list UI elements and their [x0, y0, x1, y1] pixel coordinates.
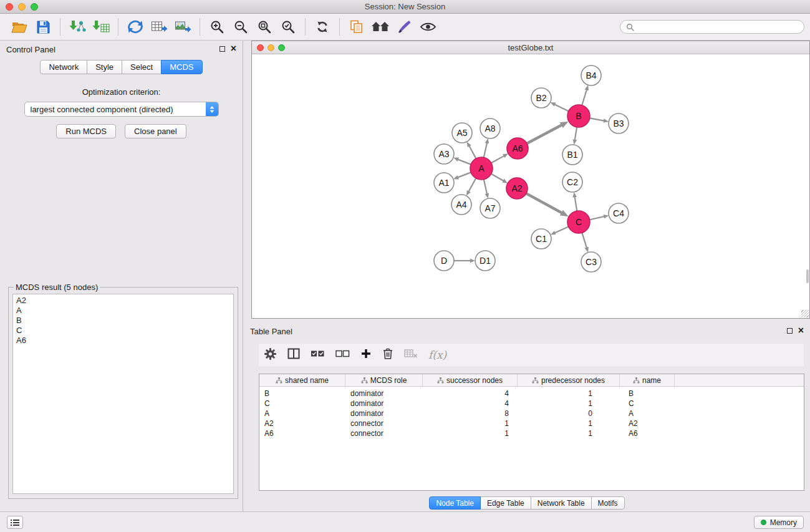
- table-row[interactable]: Cdominator41C: [259, 399, 804, 409]
- node-A6[interactable]: [507, 138, 528, 159]
- table-row[interactable]: Bdominator41B: [259, 389, 804, 399]
- show-panels-button[interactable]: [7, 516, 23, 529]
- edge-C-C3[interactable]: [582, 233, 586, 248]
- close-panel-button[interactable]: Close panel: [125, 124, 186, 138]
- table-settings-button[interactable]: [264, 347, 277, 363]
- zoom-selected-button[interactable]: [276, 16, 300, 38]
- window-resize-grip[interactable]: [801, 310, 809, 317]
- node-B[interactable]: [567, 105, 590, 127]
- edge-A2-C[interactable]: [526, 193, 562, 213]
- edge-C-C4[interactable]: [590, 216, 604, 220]
- open-recent-button[interactable]: [345, 16, 369, 38]
- tab-select[interactable]: Select: [122, 60, 162, 74]
- edge-A-A1[interactable]: [458, 172, 471, 177]
- edge-A-A3[interactable]: [458, 160, 471, 165]
- column-header-shared-name[interactable]: shared name: [259, 374, 345, 386]
- mcds-result-item[interactable]: A6: [15, 336, 231, 346]
- edge-A-A7[interactable]: [484, 180, 487, 194]
- node-D[interactable]: [434, 251, 454, 271]
- apply-style-button[interactable]: [392, 16, 416, 38]
- zoom-in-button[interactable]: [205, 16, 229, 38]
- edge-C-C1[interactable]: [555, 226, 569, 233]
- node-C[interactable]: [567, 211, 590, 233]
- node-A7[interactable]: [480, 198, 500, 218]
- column-header-mcds-role[interactable]: MCDS role: [345, 374, 423, 386]
- optimization-criterion-select[interactable]: largest connected component (directed): [24, 102, 219, 117]
- node-B2[interactable]: [531, 88, 551, 108]
- edge-A-A2[interactable]: [491, 174, 504, 181]
- node-B1[interactable]: [562, 145, 582, 165]
- node-C2[interactable]: [562, 172, 582, 192]
- edge-B-B3[interactable]: [590, 118, 604, 120]
- edge-B-B1[interactable]: [575, 127, 577, 140]
- new-network-button[interactable]: [123, 16, 147, 38]
- edge-A-A4[interactable]: [469, 178, 476, 191]
- tab-node-table[interactable]: Node Table: [429, 496, 481, 510]
- home-button[interactable]: [369, 16, 392, 38]
- tab-mcds[interactable]: MCDS: [161, 60, 202, 74]
- column-header-predecessor-nodes[interactable]: predecessor nodes: [518, 374, 620, 386]
- delete-table-button[interactable]: [404, 348, 418, 362]
- edge-C-C2[interactable]: [575, 197, 577, 211]
- tab-network[interactable]: Network: [40, 60, 87, 74]
- memory-button[interactable]: Memory: [754, 516, 804, 529]
- network-canvas[interactable]: B4B2BB3A5A8A6B1A3AC2A1A2A4A7C4CC1C3DD1: [252, 54, 809, 318]
- close-network-window-button[interactable]: [257, 44, 264, 51]
- column-header-successor-nodes[interactable]: successor nodes: [423, 374, 518, 386]
- close-window-button[interactable]: [6, 3, 13, 11]
- vertical-scrollbar-thumb[interactable]: [806, 269, 809, 283]
- mcds-result-item[interactable]: A2: [15, 296, 231, 306]
- mcds-result-item[interactable]: C: [15, 326, 231, 336]
- mcds-result-item[interactable]: A: [15, 306, 231, 316]
- node-C3[interactable]: [581, 252, 601, 272]
- node-A3[interactable]: [434, 144, 454, 164]
- tab-motifs[interactable]: Motifs: [591, 496, 625, 510]
- minimize-window-button[interactable]: [18, 3, 26, 11]
- import-network-button[interactable]: [65, 16, 89, 38]
- node-A5[interactable]: [452, 123, 472, 143]
- function-builder-button[interactable]: f(x): [428, 349, 446, 361]
- zoom-fit-button[interactable]: [253, 16, 276, 38]
- zoom-window-button[interactable]: [31, 3, 38, 11]
- new-table-button[interactable]: [147, 16, 171, 38]
- edge-A6-B[interactable]: [527, 125, 562, 144]
- table-row[interactable]: A2connector11A2: [259, 418, 804, 428]
- float-panel-icon[interactable]: [219, 46, 225, 52]
- search-input[interactable]: [637, 22, 798, 31]
- select-all-button[interactable]: [311, 348, 325, 362]
- edge-A-A5[interactable]: [470, 146, 476, 158]
- node-A1[interactable]: [434, 173, 454, 193]
- edge-B-B4[interactable]: [582, 90, 587, 105]
- float-table-panel-icon[interactable]: [787, 328, 793, 334]
- zoom-network-window-button[interactable]: [278, 44, 285, 51]
- save-session-button[interactable]: [31, 16, 55, 38]
- table-row[interactable]: Adominator80A: [259, 409, 804, 418]
- node-C4[interactable]: [609, 203, 629, 223]
- tab-style[interactable]: Style: [87, 60, 122, 74]
- import-table-button[interactable]: [89, 16, 113, 38]
- edge-A-A8[interactable]: [484, 143, 487, 157]
- edge-B-B2[interactable]: [555, 104, 569, 111]
- mcds-result-item[interactable]: B: [15, 316, 231, 326]
- show-columns-button[interactable]: [287, 347, 300, 362]
- search-field[interactable]: [620, 20, 804, 34]
- minimize-network-window-button[interactable]: [268, 44, 274, 51]
- add-row-button[interactable]: [360, 348, 372, 362]
- delete-row-button[interactable]: [382, 347, 393, 362]
- node-D1[interactable]: [475, 251, 495, 271]
- node-A4[interactable]: [451, 195, 471, 215]
- edge-A-A6[interactable]: [491, 156, 504, 163]
- close-panel-icon[interactable]: ×: [231, 45, 236, 52]
- table-row[interactable]: A6connector11A6: [259, 428, 804, 438]
- refresh-network-button[interactable]: [311, 16, 334, 38]
- node-table[interactable]: shared nameMCDS rolesuccessor nodesprede…: [259, 374, 804, 491]
- show-hide-graphics-button[interactable]: [416, 16, 440, 38]
- zoom-out-button[interactable]: [229, 16, 253, 38]
- node-A[interactable]: [470, 157, 493, 180]
- tab-edge-table[interactable]: Edge Table: [480, 496, 531, 510]
- run-mcds-button[interactable]: Run MCDS: [56, 124, 116, 138]
- node-B4[interactable]: [581, 65, 601, 85]
- node-A2[interactable]: [506, 178, 528, 199]
- open-session-button[interactable]: [7, 16, 31, 38]
- close-table-panel-icon[interactable]: ×: [798, 327, 804, 334]
